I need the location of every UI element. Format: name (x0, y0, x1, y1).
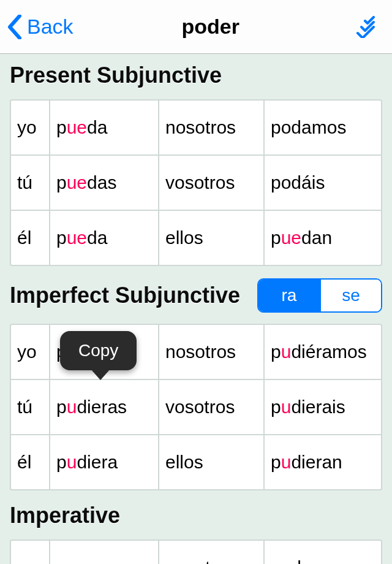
section-title: Imperfect Subjunctive (10, 283, 240, 308)
pronoun-cell[interactable]: vosotros (159, 156, 263, 210)
conjugation-cell[interactable]: pueda (50, 211, 158, 265)
pronoun-cell[interactable]: nosotros (159, 541, 263, 564)
content-area: Present Subjunctive yo pueda nosotros po… (0, 54, 392, 564)
checkmarks-icon[interactable] (348, 9, 385, 45)
copy-popover[interactable]: Copy (60, 331, 137, 370)
section-title: Imperative (10, 503, 120, 528)
pronoun-cell[interactable]: yo (11, 101, 49, 154)
pronoun-cell[interactable]: yo (11, 541, 49, 564)
conjugation-cell[interactable]: podamos (265, 101, 381, 154)
pronoun-cell[interactable]: yo (11, 325, 49, 379)
back-button[interactable]: Back (7, 15, 74, 39)
conjugation-cell[interactable]: pudieras (50, 380, 158, 434)
pronoun-cell[interactable]: vosotros (159, 380, 263, 434)
conjugation-cell[interactable]: puedan (265, 211, 381, 265)
conjugation-cell[interactable]: puedas (50, 156, 158, 210)
section-header-imperative: Imperative (0, 494, 392, 536)
conjugation-cell[interactable]: pudiera (50, 435, 158, 489)
conjugation-cell[interactable] (50, 541, 158, 564)
conjugation-cell[interactable]: podamos (265, 541, 381, 564)
pronoun-cell[interactable]: ellos (159, 211, 263, 265)
pronoun-cell[interactable]: tú (11, 156, 49, 210)
page-title: poder (182, 15, 239, 39)
conjugation-cell[interactable]: podáis (265, 156, 381, 210)
pronoun-cell[interactable]: ellos (159, 435, 263, 489)
pronoun-cell[interactable]: él (11, 435, 49, 489)
copy-popover-label: Copy (78, 341, 118, 360)
conjugation-table-imperative: yo nosotros podamos (10, 539, 382, 564)
segmented-control: ra se (257, 278, 382, 313)
pronoun-cell[interactable]: nosotros (159, 101, 263, 154)
conjugation-cell[interactable]: pudiéramos (265, 325, 381, 379)
section-title: Present Subjunctive (10, 63, 222, 88)
section-header-present-subj: Present Subjunctive (0, 54, 392, 96)
pronoun-cell[interactable]: tú (11, 380, 49, 434)
nav-bar: Back poder (0, 0, 392, 54)
conjugation-table-present-subj: yo pueda nosotros podamos tú puedas voso… (10, 99, 382, 266)
back-label: Back (27, 15, 74, 39)
segment-ra[interactable]: ra (258, 280, 320, 311)
conjugation-cell[interactable]: pudierais (265, 380, 381, 434)
pronoun-cell[interactable]: nosotros (159, 325, 263, 379)
section-header-imperfect-subj: Imperfect Subjunctive ra se (0, 270, 392, 320)
conjugation-cell[interactable]: pudieran (265, 435, 381, 489)
conjugation-cell[interactable]: pueda (50, 101, 158, 154)
chevron-left-icon (7, 15, 22, 39)
pronoun-cell[interactable]: él (11, 211, 49, 265)
segment-se[interactable]: se (320, 280, 381, 311)
